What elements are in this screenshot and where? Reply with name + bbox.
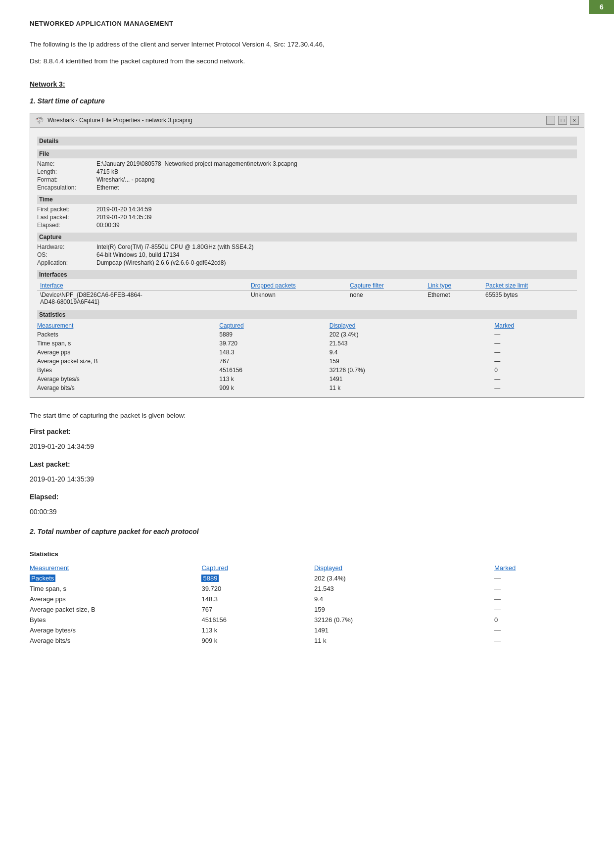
close-button[interactable]: × xyxy=(570,116,579,125)
s2-mark-bytes: 0 xyxy=(494,615,584,625)
s2-row-avgpps: Average pps 148.3 9.4 — xyxy=(30,594,584,604)
app-label: Application: xyxy=(37,259,96,266)
last-packet-row: Last packet: 2019-01-20 14:35:39 xyxy=(37,214,577,221)
s2-col-marked: Marked xyxy=(494,563,584,573)
file-label: File xyxy=(37,149,577,158)
s2-row-timespan: Time span, s 39.720 21.543 — xyxy=(30,583,584,594)
stats-mark-avgbits: — xyxy=(494,384,577,392)
first-packet-body-label: First packet: xyxy=(30,425,584,438)
file-name-value: E:\January 2019\080578_Networked project… xyxy=(96,160,297,167)
s2-meas-bytes: Bytes xyxy=(30,615,201,625)
stats-cap-avgbits: 909 k xyxy=(219,384,329,392)
s2-disp-avgpkt: 159 xyxy=(314,604,494,615)
s2-mark-avgbytes: — xyxy=(494,625,584,635)
s2-row-packets: Packets 5889 202 (3.4%) — xyxy=(30,573,584,583)
stats-cap-bytes: 4516156 xyxy=(219,366,329,375)
s2-row-avgpkt: Average packet size, B 767 159 — xyxy=(30,604,584,615)
file-encap-label: Encapsulation: xyxy=(37,184,96,191)
capture-label: Capture xyxy=(37,233,577,241)
s2-cap-avgpps: 148.3 xyxy=(201,594,314,604)
app-value: Dumpcap (Wireshark) 2.6.6 (v2.6.6-0-gdf6… xyxy=(96,259,226,266)
stats-row-avgbits: Average bits/s 909 k 11 k — xyxy=(37,384,577,392)
s2-cap-avgbytes: 113 k xyxy=(201,625,314,635)
s2-meas-avgbits: Average bits/s xyxy=(30,635,201,646)
s2-mark-packets: — xyxy=(494,573,584,583)
section2-heading: 2. Total number of capture packet for ea… xyxy=(30,528,584,535)
first-packet-label: First packet: xyxy=(37,206,96,213)
s2-col-measurement: Measurement xyxy=(30,563,201,573)
s2-disp-avgpps: 9.4 xyxy=(314,594,494,604)
first-packet-row: First packet: 2019-01-20 14:34:59 xyxy=(37,206,577,213)
hardware-row: Hardware: Intel(R) Core(TM) i7-8550U CPU… xyxy=(37,243,577,250)
elapsed-body-label: Elapsed: xyxy=(30,490,584,504)
s2-disp-packets: 202 (3.4%) xyxy=(314,573,494,583)
iface-col-dropped: Dropped packets xyxy=(248,281,347,290)
elapsed-value: 00:00:39 xyxy=(96,222,120,229)
file-length-label: Length: xyxy=(37,168,96,175)
stats-mark-bytes: 0 xyxy=(494,366,577,375)
s2-meas-avgpps: Average pps xyxy=(30,594,201,604)
iface-col-interface: Interface xyxy=(37,281,248,290)
file-encap-row: Encapsulation: Ethernet xyxy=(37,184,577,191)
stats-disp-bytes: 32126 (0.7%) xyxy=(330,366,495,375)
elapsed-row: Elapsed: 00:00:39 xyxy=(37,222,577,229)
file-encap-value: Ethernet xyxy=(96,184,119,191)
stats-disp-packets: 202 (3.4%) xyxy=(330,330,495,339)
stats-mark-avgpkt: — xyxy=(494,357,577,366)
iface-name: \Device\NPF_{D8E26CA6-6FEB-4864-AD48-680… xyxy=(37,290,248,307)
stats-cap-avgpps: 148.3 xyxy=(219,348,329,357)
page-container: 6 NETWORKED APPLICATION MANAGEMENT The f… xyxy=(0,0,614,675)
capture-intro-text: The start time of capturing the packet i… xyxy=(30,410,584,422)
stats-row-avgbytes: Average bytes/s 113 k 1491 — xyxy=(37,375,577,384)
stats-cap-packets: 5889 xyxy=(219,330,329,339)
stats-mark-timespan: — xyxy=(494,339,577,348)
iface-linktype: Ethernet xyxy=(425,290,482,307)
first-packet-body-value: 2019-01-20 14:34:59 xyxy=(30,439,584,453)
dialog-buttons[interactable]: — □ × xyxy=(546,116,579,125)
stats-cap-avgbytes: 113 k xyxy=(219,375,329,384)
s2-cap-avgpkt: 767 xyxy=(201,604,314,615)
app-row: Application: Dumpcap (Wireshark) 2.6.6 (… xyxy=(37,259,577,266)
s2-meas-timespan: Time span, s xyxy=(30,583,201,594)
page-number: 6 xyxy=(589,0,614,14)
stats-meas-packets: Packets xyxy=(37,330,219,339)
stats-col-measurement: Measurement xyxy=(37,321,219,330)
last-packet-body-label: Last packet: xyxy=(30,457,584,471)
os-value: 64-bit Windows 10, build 17134 xyxy=(96,251,179,258)
hardware-value: Intel(R) Core(TM) i7-8550U CPU @ 1.80GHz… xyxy=(96,243,254,250)
statistics-label: Statistics xyxy=(37,310,577,319)
os-row: OS: 64-bit Windows 10, build 17134 xyxy=(37,251,577,258)
last-packet-label: Last packet: xyxy=(37,214,96,221)
first-packet-value: 2019-01-20 14:34:59 xyxy=(96,206,151,213)
maximize-button[interactable]: □ xyxy=(558,116,567,125)
stats-cap-avgpkt: 767 xyxy=(219,357,329,366)
stats-meas-avgpps: Average pps xyxy=(37,348,219,357)
stats-col-captured: Captured xyxy=(219,321,329,330)
iface-filter: none xyxy=(347,290,425,307)
wireshark-icon: 🦈 xyxy=(35,116,44,124)
dialog-titlebar: 🦈 Wireshark · Capture File Properties - … xyxy=(30,113,584,128)
last-packet-body-value: 2019-01-20 14:35:39 xyxy=(30,472,584,486)
s2-meas-packets: Packets xyxy=(30,573,201,583)
dialog-title-text: Wireshark · Capture File Properties - ne… xyxy=(47,117,192,124)
intro-text-2: Dst: 8.8.4.4 identified from the packet … xyxy=(30,56,584,67)
interfaces-label: Interfaces xyxy=(37,270,577,279)
section1-heading: 1. Start time of capture xyxy=(30,97,584,105)
s2-row-avgbits: Average bits/s 909 k 11 k — xyxy=(30,635,584,646)
s2-disp-avgbits: 11 k xyxy=(314,635,494,646)
cap-packets-highlight: 5889 xyxy=(201,575,219,582)
s2-col-captured: Captured xyxy=(201,563,314,573)
stats-col-displayed: Displayed xyxy=(330,321,495,330)
s2-cap-avgbits: 909 k xyxy=(201,635,314,646)
iface-col-packetsize: Packet size limit xyxy=(482,281,577,290)
stats-row-avgpps: Average pps 148.3 9.4 — xyxy=(37,348,577,357)
stats-row-packets: Packets 5889 202 (3.4%) — xyxy=(37,330,577,339)
packets-highlight: Packets xyxy=(30,575,55,582)
iface-dropped: Unknown xyxy=(248,290,347,307)
wireshark-dialog: 🦈 Wireshark · Capture File Properties - … xyxy=(30,113,584,398)
hardware-label: Hardware: xyxy=(37,243,96,250)
stats-row-timespan: Time span, s 39.720 21.543 — xyxy=(37,339,577,348)
minimize-button[interactable]: — xyxy=(546,116,555,125)
intro-text-1: The following is the Ip address of the c… xyxy=(30,39,584,50)
elapsed-label: Elapsed: xyxy=(37,222,96,229)
